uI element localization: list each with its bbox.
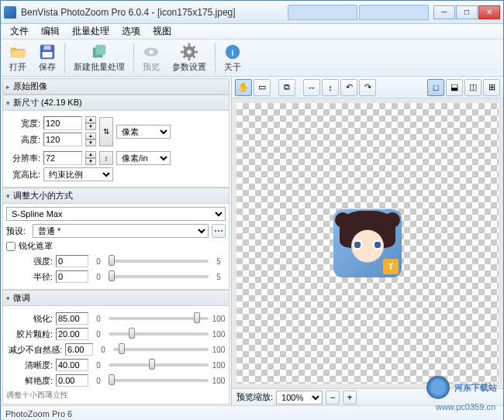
panel-new-size-body: 宽度: ▲▼ 高度: ▲▼ ⇅ 像素 分辨率: <box>2 111 230 188</box>
open-button[interactable]: 打开 <box>4 41 32 75</box>
tuning-footer-text: 调整十小西薄立性 <box>6 390 226 401</box>
intensity-slider[interactable] <box>109 260 209 263</box>
batch-button[interactable]: 新建批量处理 <box>68 41 130 75</box>
preview-button[interactable]: 预览 <box>137 41 165 75</box>
bg-tab-1[interactable] <box>288 5 357 20</box>
width-input[interactable] <box>43 116 82 130</box>
height-spinner[interactable]: ▲▼ <box>85 133 96 146</box>
intensity-input[interactable] <box>56 255 88 267</box>
panel-fine-tuning[interactable]: 微调 <box>2 290 230 306</box>
rotate-ccw-button[interactable]: ↶ <box>340 79 357 96</box>
crop-icon: ⧉ <box>284 82 290 92</box>
view-single-button[interactable]: □ <box>427 79 444 96</box>
grain-input[interactable] <box>56 328 88 340</box>
canvas-area: ✋ ▭ ⧉ ↔ ↕ ↶ ↷ □ ⬓ ◫ ⊞ <box>232 77 503 405</box>
toolbar-separator <box>64 43 65 74</box>
hand-tool-button[interactable]: ✋ <box>235 79 252 96</box>
link-res-button[interactable]: ↕ <box>99 151 113 165</box>
view-quad-icon: ⊞ <box>488 82 495 92</box>
sidebar: 原始图像 新尺寸 (42.19 KB) 宽度: ▲▼ 高度: ▲▼ <box>1 77 232 405</box>
aspect-combo[interactable]: 约束比例 <box>43 167 113 181</box>
flip-v-button[interactable]: ↕ <box>322 79 339 96</box>
vivid-input[interactable] <box>56 374 88 387</box>
toolbar-separator <box>215 43 216 74</box>
zoom-combo[interactable]: 100% <box>276 391 323 405</box>
rotate-ccw-icon: ↶ <box>346 82 353 92</box>
vivid-label: 鲜艳度: <box>6 375 53 387</box>
app-window: BenVista PhotoZoom Pro 6.0.4 - [icon175x… <box>0 0 504 420</box>
canvas-viewport[interactable]: T <box>232 98 503 388</box>
save-button[interactable]: 保存 <box>33 41 61 75</box>
sharpen-mask-label: 锐化遮罩 <box>19 240 53 252</box>
panel-tuning-body: 锐化: 0 100 胶片颗粒: 0 100 减少不自然感: 0 <box>2 306 230 405</box>
view-split-v-button[interactable]: ⬓ <box>446 79 463 96</box>
status-text: PhotoZoom Pro 6 <box>5 409 72 418</box>
flip-v-icon: ↕ <box>328 83 333 92</box>
flip-h-button[interactable]: ↔ <box>303 79 320 96</box>
view-quad-button[interactable]: ⊞ <box>483 79 500 96</box>
menu-options[interactable]: 选项 <box>116 23 147 40</box>
view-split-v-icon: ⬓ <box>450 82 458 92</box>
panel-original-image[interactable]: 原始图像 <box>2 78 230 95</box>
canvas-footer: 预览缩放: 100% − + <box>232 388 503 405</box>
panel-new-size[interactable]: 新尺寸 (42.19 KB) <box>2 95 230 111</box>
maximize-button[interactable]: □ <box>456 5 478 19</box>
preset-menu-button[interactable]: ⋯ <box>212 224 226 238</box>
eye-icon <box>143 43 160 60</box>
about-button[interactable]: i 关于 <box>219 41 247 75</box>
size-unit-combo[interactable]: 像素 <box>116 125 171 139</box>
svg-text:i: i <box>232 48 234 57</box>
vivid-slider[interactable] <box>109 379 209 382</box>
hand-icon: ✋ <box>238 82 249 92</box>
main-toolbar: 打开 保存 新建批量处理 预览 参数设置 i 关于 <box>1 40 503 77</box>
sharpen-mask-checkbox[interactable] <box>6 242 16 251</box>
artifact-slider[interactable] <box>113 348 209 351</box>
grain-slider[interactable] <box>109 332 209 336</box>
sharpen-slider[interactable] <box>109 317 209 320</box>
toolbar-separator <box>133 43 134 74</box>
minimize-button[interactable]: ─ <box>433 5 455 19</box>
panel-resize-body: S-Spline Max 预设: 普通 * ⋯ 锐化遮罩 强度: 0 5 <box>2 204 230 290</box>
radius-label: 半径: <box>6 271 53 283</box>
preview-image[interactable]: T <box>333 209 402 277</box>
aspect-label: 宽高比: <box>6 169 40 181</box>
preset-label: 预设: <box>6 225 29 237</box>
zoom-label: 预览缩放: <box>236 391 273 403</box>
crop-tool-button[interactable]: ⧉ <box>278 79 295 96</box>
menu-batch[interactable]: 批量处理 <box>66 23 116 40</box>
window-title: BenVista PhotoZoom Pro 6.0.4 - [icon175x… <box>21 7 288 18</box>
rotate-cw-button[interactable]: ↷ <box>359 79 376 96</box>
params-button[interactable]: 参数设置 <box>167 41 212 75</box>
view-single-icon: □ <box>433 83 439 92</box>
preset-combo[interactable]: 普通 * <box>33 224 209 238</box>
marquee-icon: ▭ <box>258 82 266 92</box>
height-input[interactable] <box>43 133 82 146</box>
view-split-h-button[interactable]: ◫ <box>464 79 482 96</box>
resolution-spinner[interactable]: ▲▼ <box>85 151 96 165</box>
panel-resize-method[interactable]: 调整大小的方式 <box>2 188 230 204</box>
clarity-slider[interactable] <box>109 363 209 367</box>
info-icon: i <box>224 43 241 60</box>
menu-file[interactable]: 文件 <box>4 23 35 40</box>
svg-point-8 <box>187 50 192 54</box>
bg-tab-2[interactable] <box>359 5 429 20</box>
radius-slider[interactable] <box>109 275 209 278</box>
artifact-input[interactable] <box>65 343 93 356</box>
clarity-input[interactable] <box>56 359 88 371</box>
method-combo[interactable]: S-Spline Max <box>6 207 226 221</box>
close-button[interactable]: ✕ <box>478 5 500 19</box>
menu-view[interactable]: 视图 <box>147 23 178 40</box>
res-unit-combo[interactable]: 像素/in <box>116 151 171 165</box>
select-tool-button[interactable]: ▭ <box>254 79 271 96</box>
app-icon <box>4 6 16 19</box>
rotate-cw-icon: ↷ <box>364 82 371 92</box>
width-spinner[interactable]: ▲▼ <box>85 116 96 130</box>
menu-edit[interactable]: 编辑 <box>35 23 66 40</box>
clarity-label: 清晰度: <box>6 360 53 371</box>
zoom-in-button[interactable]: + <box>343 391 357 405</box>
zoom-out-button[interactable]: − <box>326 391 340 405</box>
resolution-input[interactable] <box>43 151 82 165</box>
link-dimensions-button[interactable]: ⇅ <box>99 117 113 146</box>
radius-input[interactable] <box>56 270 88 283</box>
sharpen-input[interactable] <box>56 312 88 325</box>
